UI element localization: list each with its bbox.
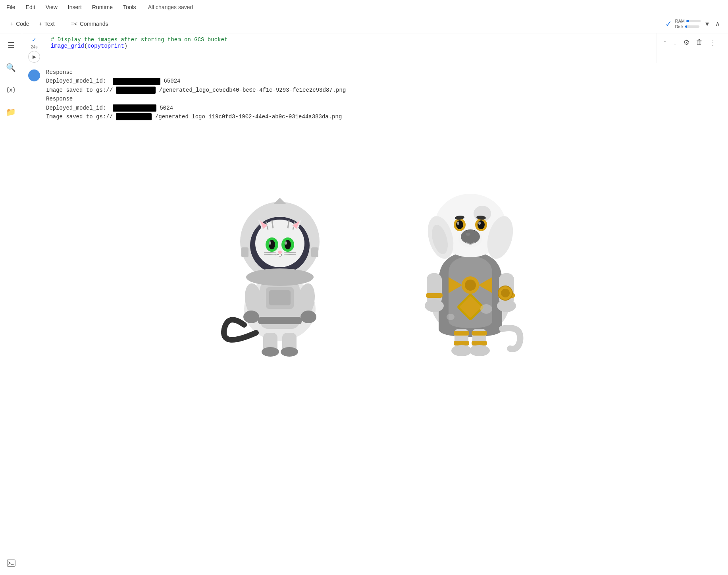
- add-text-button[interactable]: + Text: [35, 18, 59, 29]
- menu-tools[interactable]: Tools: [121, 3, 138, 11]
- disk-row: Disk: [675, 24, 701, 29]
- svg-point-34: [269, 241, 271, 245]
- svg-point-56: [451, 345, 472, 356]
- svg-marker-20: [274, 198, 286, 204]
- redacted-block-2: [116, 87, 156, 94]
- plus-text-icon: +: [39, 21, 42, 27]
- output-text: Response Deployed_model_id: 65024 Image …: [46, 68, 728, 121]
- svg-point-74: [478, 222, 481, 225]
- sidebar-icon-search[interactable]: 🔍: [4, 60, 18, 75]
- toolbar: + Code + Text ≡< Commands ✓ RAM Disk: [0, 14, 728, 33]
- check-icon: ✓: [665, 19, 672, 29]
- image-path-2: /generated_logo_119c0fd3-1902-44e4-ab9c-…: [155, 114, 342, 120]
- sidebar-icon-files[interactable]: 📁: [4, 105, 18, 119]
- menu-runtime[interactable]: Runtime: [91, 3, 114, 11]
- svg-point-32: [269, 240, 275, 249]
- deployed-label-2: Deployed_model_id:: [46, 105, 110, 111]
- ram-label: RAM: [675, 19, 685, 23]
- user-avatar: [28, 69, 40, 81]
- svg-rect-53: [454, 341, 469, 345]
- svg-point-19: [246, 268, 314, 286]
- response-label-1: Response: [46, 69, 73, 75]
- image-grid-output: [22, 126, 728, 365]
- cell-actions: ↑ ↓ ⚙ 🗑 ⋮: [657, 33, 728, 63]
- dog-armor-image: [387, 134, 554, 357]
- svg-rect-0: [7, 560, 15, 566]
- ram-disk-indicator: RAM Disk: [675, 19, 701, 29]
- svg-point-10: [243, 311, 259, 323]
- svg-point-15: [281, 347, 298, 357]
- menu-insert[interactable]: Insert: [66, 3, 83, 11]
- expand-dropdown-button[interactable]: ▾: [704, 18, 711, 30]
- output-cell: Response Deployed_model_id: 65024 Image …: [22, 63, 728, 126]
- menu-view[interactable]: View: [44, 3, 59, 11]
- response-line-2: Response: [46, 95, 722, 103]
- output-gutter: [22, 68, 46, 121]
- move-down-button[interactable]: ↓: [672, 37, 678, 48]
- more-options-button[interactable]: ⋮: [708, 37, 718, 48]
- cell-body[interactable]: # Display the images after storing them …: [46, 33, 657, 63]
- svg-point-33: [285, 240, 291, 249]
- sidebar-icon-terminal[interactable]: [4, 556, 18, 570]
- toolbar-right: ✓ RAM Disk ▾ ∧: [665, 18, 722, 30]
- chevron-up-icon: ∧: [715, 20, 720, 27]
- commands-button[interactable]: ≡< Commands: [67, 18, 112, 29]
- svg-rect-54: [472, 331, 487, 336]
- ram-progress-fill: [686, 20, 689, 22]
- commands-label: Commands: [80, 21, 108, 27]
- image-saved-line-1: Image saved to gs:// /generated_logo_cc5…: [46, 86, 722, 95]
- svg-rect-55: [472, 341, 487, 345]
- id-suffix-1: 65024: [164, 78, 180, 84]
- redacted-block-4: [116, 113, 152, 120]
- image-saved-label-2: Image saved to gs://: [46, 114, 113, 120]
- code-label: Code: [16, 21, 29, 27]
- add-code-button[interactable]: + Code: [6, 18, 33, 29]
- run-cell-button[interactable]: ▶: [28, 51, 40, 63]
- svg-rect-7: [269, 290, 291, 305]
- menu-file[interactable]: File: [5, 3, 17, 11]
- redacted-block-1: [113, 78, 160, 85]
- menu-bar: File Edit View Insert Runtime Tools All …: [0, 0, 728, 14]
- image-saved-line-2: Image saved to gs:// /generated_logo_119…: [46, 112, 722, 121]
- response-label-2: Response: [46, 96, 73, 102]
- svg-point-35: [285, 241, 287, 245]
- deployed-line-2: Deployed_model_id: 5024: [46, 104, 722, 112]
- menu-edit[interactable]: Edit: [24, 3, 37, 11]
- settings-button[interactable]: ⚙: [682, 37, 691, 48]
- svg-point-72: [478, 220, 485, 229]
- svg-point-57: [469, 345, 490, 356]
- svg-point-11: [300, 311, 316, 323]
- svg-point-63: [497, 299, 516, 312]
- code-comment-line: # Display the images after storing them …: [51, 37, 652, 43]
- cell-time: 24s: [31, 44, 38, 49]
- sidebar-icon-menu[interactable]: ☰: [4, 38, 18, 52]
- sidebar: ☰ 🔍 {x} 📁: [0, 33, 22, 575]
- id-suffix-2: 5024: [160, 105, 173, 111]
- svg-point-79: [458, 230, 482, 247]
- collapse-toolbar-button[interactable]: ∧: [714, 18, 722, 29]
- disk-label: Disk: [675, 24, 684, 29]
- cell-check-icon: ✓: [32, 37, 37, 43]
- svg-point-73: [457, 222, 459, 225]
- response-line-1: Response: [46, 68, 722, 77]
- code-paren-close: ): [124, 43, 127, 49]
- toolbar-divider: [63, 19, 63, 29]
- ram-row: RAM: [675, 19, 701, 23]
- svg-rect-42: [311, 247, 318, 257]
- move-up-button[interactable]: ↑: [662, 37, 668, 48]
- sidebar-icon-variables[interactable]: {x}: [4, 83, 18, 97]
- svg-point-83: [501, 289, 510, 297]
- disk-progress-fill: [685, 25, 687, 28]
- code-cell: ✓ 24s ▶ # Display the images after stori…: [22, 33, 728, 63]
- save-status: All changes saved: [148, 4, 193, 10]
- code-arg: copytoprint: [87, 43, 124, 49]
- svg-point-71: [456, 220, 463, 229]
- svg-point-47: [465, 280, 476, 291]
- delete-cell-button[interactable]: 🗑: [694, 37, 705, 48]
- plus-code-icon: +: [10, 21, 13, 27]
- svg-point-36: [278, 251, 282, 254]
- deployed-line-1: Deployed_model_id: 65024: [46, 77, 722, 85]
- disk-progress-bar: [685, 25, 699, 28]
- notebook-content: ✓ 24s ▶ # Display the images after stori…: [22, 33, 728, 575]
- svg-rect-41: [241, 247, 248, 257]
